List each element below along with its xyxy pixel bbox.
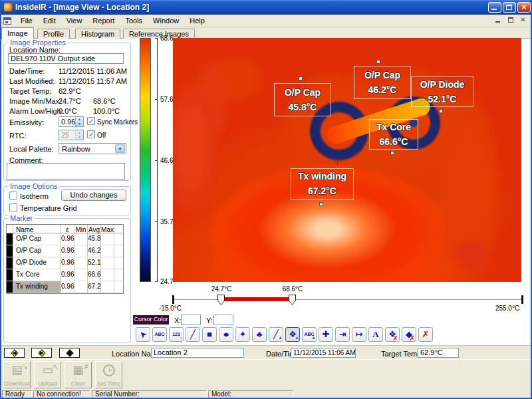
tab-image[interactable]: Image <box>1 27 34 39</box>
set-time-button[interactable]: Set Time <box>95 361 122 388</box>
marker-avg: 52.1 <box>88 257 101 269</box>
menu-edit[interactable]: Edit <box>38 15 61 26</box>
colorbar-tick: 35.7 <box>160 218 173 225</box>
tool-delete-marker-button[interactable]: ◆✗ <box>402 327 416 342</box>
tool-rectangle-button[interactable]: ■ <box>202 327 217 342</box>
thermal-marker-op-cap-1[interactable]: O/P Cap 45.8°C <box>274 83 331 116</box>
thermal-image[interactable]: O/P Cap 45.8°C O/P Cap 46.2°C O/P Diode … <box>173 38 521 282</box>
marker-header: Marker <box>8 214 35 222</box>
tool-delete-all-button[interactable]: ✗ <box>418 327 433 342</box>
restore-button[interactable] <box>503 2 516 13</box>
tool-ellipse-button[interactable]: ● <box>219 327 233 342</box>
marker-point-icon[interactable] <box>390 151 394 155</box>
thermal-marker-name: O/P Diode <box>420 79 465 90</box>
marker-max <box>101 245 114 257</box>
cursor-x-field[interactable] <box>181 315 201 325</box>
tool-delete-group-button[interactable]: ❖✗ <box>385 327 400 342</box>
menu-help[interactable]: Help <box>184 15 210 26</box>
thermal-marker-tx-winding[interactable]: Tx winding 67.2°C <box>291 168 354 200</box>
menu-tools[interactable]: Tools <box>120 15 148 26</box>
menu-file[interactable]: File <box>15 15 38 26</box>
isotherm-checkbox[interactable] <box>9 192 17 200</box>
tool-point-group-button[interactable]: ✚ <box>319 327 333 342</box>
tool-move-in-button[interactable]: ⇥ <box>335 327 350 342</box>
table-row[interactable]: O/P Diode 0.96 52.1 <box>7 257 123 269</box>
marker-point-icon[interactable] <box>319 202 323 206</box>
spinner-arrows-icon[interactable]: ▲▼ <box>75 117 83 126</box>
footer-datetime-field[interactable]: 11/12/2015 11:06 AM <box>291 348 356 358</box>
marker-point-icon[interactable] <box>299 76 303 80</box>
thermal-marker-op-diode[interactable]: O/P Diode 52.1°C <box>411 76 473 107</box>
mdi-minimize-button[interactable] <box>493 16 503 25</box>
rtc-off-checkbox[interactable]: ✓ <box>87 130 95 138</box>
tab-histogram[interactable]: Histogram <box>75 29 120 39</box>
marker-max <box>101 257 114 269</box>
tool-font-button[interactable]: A <box>368 327 383 342</box>
thermal-marker-name: Tx Core <box>376 122 411 132</box>
colorbar-tick-max: 68.6 <box>160 35 173 42</box>
menu-report[interactable]: Report <box>87 15 120 26</box>
marker-point-icon[interactable] <box>376 60 380 64</box>
marker-point-icon[interactable] <box>439 109 443 113</box>
thermal-marker-name: Tx winding <box>298 171 346 182</box>
menu-view[interactable]: View <box>61 15 88 26</box>
tab-strip: Image Profile Histogram Reference Images <box>0 27 532 39</box>
table-row[interactable]: O/P Cap 0.96 45.8 <box>7 233 123 245</box>
title-bar[interactable]: InsideIR - [Image View - Location 2] ✕ <box>0 0 532 15</box>
menu-window[interactable]: Window <box>148 15 184 26</box>
close-button[interactable]: ✕ <box>517 2 531 13</box>
tool-text-group-button[interactable]: ABC+ <box>302 327 317 342</box>
upload-button[interactable]: ▭↖ Upload <box>34 361 61 388</box>
tab-reference-images[interactable]: Reference Images <box>123 29 195 39</box>
sync-markers-checkbox[interactable]: ✓ <box>87 117 95 125</box>
goto-image-button[interactable] <box>59 348 80 358</box>
marker-min <box>74 269 88 281</box>
next-image-button[interactable]: ▶ <box>31 348 52 358</box>
tool-polyline-button[interactable]: ╱+ <box>269 327 283 342</box>
cursor-y-field[interactable] <box>213 315 233 325</box>
table-row[interactable]: O/P Cap 0.96 46.2 <box>7 245 123 257</box>
target-temp-label: Target Temp: <box>9 87 51 95</box>
table-row[interactable]: Tx Core 0.96 66.6 <box>7 269 123 281</box>
tool-star-button[interactable]: ✦ <box>235 327 250 342</box>
thermal-marker-op-cap-2[interactable]: O/P Cap 46.2°C <box>354 66 411 99</box>
tool-marker-group-button[interactable]: ❖+ <box>285 327 300 342</box>
left-arrow-icon: ◀ <box>5 349 24 357</box>
mdi-restore-button[interactable] <box>505 16 515 25</box>
mdi-close-button[interactable]: ✕ <box>518 16 528 25</box>
local-palette-dropdown[interactable]: Rainbow ▼ <box>59 143 126 154</box>
temperature-grid-label: Temperature Grid <box>20 204 77 212</box>
set-time-clock-icon <box>103 364 115 376</box>
plus-icon: + <box>312 336 315 341</box>
red-x-icon: ✗ <box>410 336 415 341</box>
tool-move-out-button[interactable]: ↦ <box>352 327 366 342</box>
marker-emissivity: 0.96 <box>61 245 74 257</box>
minimize-button[interactable] <box>488 2 501 13</box>
prev-image-button[interactable]: ◀ <box>4 348 25 358</box>
location-name-field[interactable]: DEL970 110V Output side <box>8 53 124 64</box>
undo-changes-button[interactable]: Undo changes <box>61 190 126 201</box>
col-name: Name <box>13 225 61 233</box>
palette-colorbar <box>140 38 151 282</box>
table-row-selected[interactable]: Tx winding 0.96 67.2 <box>7 281 123 293</box>
chevron-down-icon[interactable]: ▼ <box>115 144 125 153</box>
footer-target-temp-field[interactable]: 62.9°C <box>418 348 459 358</box>
tool-line-button[interactable]: ╱ <box>186 327 200 342</box>
tab-profile[interactable]: Profile <box>37 29 70 39</box>
tool-freeform-button[interactable]: ♣ <box>252 327 267 342</box>
tool-select-button[interactable]: ➤ <box>136 327 150 342</box>
footer-location-field[interactable]: Location 2 <box>151 348 244 358</box>
emissivity-spinner[interactable]: 0.96 ▲▼ <box>59 116 84 127</box>
cursor-color-button[interactable]: Cursor Color <box>133 315 169 325</box>
clear-button[interactable]: ▦✗ Clear <box>65 361 92 388</box>
tool-text-label-button[interactable]: ABC <box>152 327 167 342</box>
tool-number-label-button[interactable]: 123▫ <box>169 327 184 342</box>
download-button[interactable]: ▤↘ Download <box>3 361 31 388</box>
mdi-child-icon[interactable] <box>3 17 11 25</box>
slider-selected-range[interactable] <box>221 297 293 301</box>
plus-icon: + <box>295 336 299 341</box>
temperature-grid-checkbox[interactable] <box>9 203 17 211</box>
app-window: InsideIR - [Image View - Location 2] ✕ F… <box>0 0 532 399</box>
comment-field[interactable] <box>7 163 125 180</box>
thermal-marker-tx-core[interactable]: Tx Core 66.6°C <box>369 119 418 150</box>
